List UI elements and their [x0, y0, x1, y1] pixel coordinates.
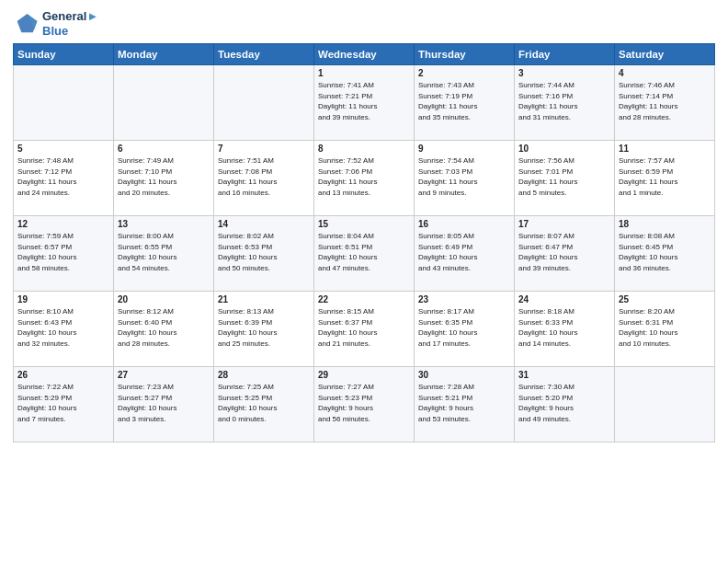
day-info: Sunrise: 7:44 AM Sunset: 7:16 PM Dayligh… [518, 80, 610, 122]
day-info: Sunrise: 8:04 AM Sunset: 6:51 PM Dayligh… [318, 231, 410, 273]
day-cell: 22Sunrise: 8:15 AM Sunset: 6:37 PM Dayli… [314, 292, 415, 367]
day-number: 29 [318, 370, 410, 380]
col-header-tuesday: Tuesday [214, 44, 314, 65]
day-number: 28 [218, 370, 310, 380]
day-info: Sunrise: 8:13 AM Sunset: 6:39 PM Dayligh… [218, 306, 310, 349]
day-number: 16 [418, 219, 510, 229]
day-cell: 20Sunrise: 8:12 AM Sunset: 6:40 PM Dayli… [114, 292, 214, 367]
day-number: 10 [518, 144, 610, 154]
day-cell: 23Sunrise: 8:17 AM Sunset: 6:35 PM Dayli… [415, 292, 515, 367]
day-info: Sunrise: 7:28 AM Sunset: 5:21 PM Dayligh… [418, 382, 510, 424]
day-info: Sunrise: 7:41 AM Sunset: 7:21 PM Dayligh… [318, 80, 410, 122]
day-cell: 7Sunrise: 7:51 AM Sunset: 7:08 PM Daylig… [214, 141, 314, 216]
day-number: 11 [619, 144, 711, 154]
day-cell: 28Sunrise: 7:25 AM Sunset: 5:25 PM Dayli… [214, 367, 314, 442]
day-number: 18 [619, 219, 711, 229]
day-number: 13 [118, 219, 210, 229]
day-number: 15 [318, 219, 410, 229]
week-row-5: 26Sunrise: 7:22 AM Sunset: 5:29 PM Dayli… [14, 367, 715, 442]
day-cell: 29Sunrise: 7:27 AM Sunset: 5:23 PM Dayli… [314, 367, 415, 442]
day-cell: 24Sunrise: 8:18 AM Sunset: 6:33 PM Dayli… [515, 292, 615, 367]
day-number: 24 [518, 294, 610, 304]
day-cell: 27Sunrise: 7:23 AM Sunset: 5:27 PM Dayli… [114, 367, 214, 442]
day-number: 5 [17, 144, 109, 154]
header-row: General► Blue [13, 9, 715, 38]
header-row-days: SundayMondayTuesdayWednesdayThursdayFrid… [14, 44, 715, 65]
day-number: 2 [418, 68, 510, 78]
day-number: 22 [318, 294, 410, 304]
day-info: Sunrise: 8:05 AM Sunset: 6:49 PM Dayligh… [418, 231, 510, 273]
logo: General► Blue [13, 9, 98, 38]
col-header-wednesday: Wednesday [314, 44, 415, 65]
day-cell: 31Sunrise: 7:30 AM Sunset: 5:20 PM Dayli… [515, 367, 615, 442]
calendar-table: SundayMondayTuesdayWednesdayThursdayFrid… [13, 43, 715, 442]
day-cell [14, 65, 114, 141]
day-cell: 1Sunrise: 7:41 AM Sunset: 7:21 PM Daylig… [314, 65, 415, 141]
day-cell: 14Sunrise: 8:02 AM Sunset: 6:53 PM Dayli… [214, 216, 314, 292]
day-number: 31 [518, 370, 610, 380]
day-number: 21 [218, 294, 310, 304]
day-number: 26 [17, 370, 109, 380]
day-info: Sunrise: 7:30 AM Sunset: 5:20 PM Dayligh… [518, 382, 610, 424]
day-number: 9 [418, 144, 510, 154]
day-number: 27 [118, 370, 210, 380]
col-header-saturday: Saturday [615, 44, 715, 65]
day-info: Sunrise: 8:12 AM Sunset: 6:40 PM Dayligh… [118, 306, 210, 349]
day-info: Sunrise: 8:15 AM Sunset: 6:37 PM Dayligh… [318, 306, 410, 349]
day-info: Sunrise: 8:20 AM Sunset: 6:31 PM Dayligh… [619, 306, 711, 349]
day-info: Sunrise: 7:27 AM Sunset: 5:23 PM Dayligh… [318, 382, 410, 424]
day-cell: 21Sunrise: 8:13 AM Sunset: 6:39 PM Dayli… [214, 292, 314, 367]
logo-text: General► Blue [42, 9, 98, 38]
day-info: Sunrise: 7:46 AM Sunset: 7:14 PM Dayligh… [619, 80, 711, 122]
day-number: 17 [518, 219, 610, 229]
day-number: 23 [418, 294, 510, 304]
day-cell [214, 65, 314, 141]
col-header-friday: Friday [515, 44, 615, 65]
day-cell: 19Sunrise: 8:10 AM Sunset: 6:43 PM Dayli… [14, 292, 114, 367]
week-row-1: 1Sunrise: 7:41 AM Sunset: 7:21 PM Daylig… [14, 65, 715, 141]
col-header-sunday: Sunday [14, 44, 114, 65]
day-info: Sunrise: 8:18 AM Sunset: 6:33 PM Dayligh… [518, 306, 610, 349]
week-row-4: 19Sunrise: 8:10 AM Sunset: 6:43 PM Dayli… [14, 292, 715, 367]
day-info: Sunrise: 8:10 AM Sunset: 6:43 PM Dayligh… [17, 306, 109, 349]
day-info: Sunrise: 7:25 AM Sunset: 5:25 PM Dayligh… [218, 382, 310, 424]
day-number: 25 [619, 294, 711, 304]
week-row-2: 5Sunrise: 7:48 AM Sunset: 7:12 PM Daylig… [14, 141, 715, 216]
day-number: 14 [218, 219, 310, 229]
day-cell [114, 65, 214, 141]
day-cell: 6Sunrise: 7:49 AM Sunset: 7:10 PM Daylig… [114, 141, 214, 216]
day-number: 19 [17, 294, 109, 304]
day-cell: 15Sunrise: 8:04 AM Sunset: 6:51 PM Dayli… [314, 216, 415, 292]
day-cell: 8Sunrise: 7:52 AM Sunset: 7:06 PM Daylig… [314, 141, 415, 216]
day-info: Sunrise: 7:52 AM Sunset: 7:06 PM Dayligh… [318, 155, 410, 198]
day-info: Sunrise: 8:08 AM Sunset: 6:45 PM Dayligh… [619, 231, 711, 273]
week-row-3: 12Sunrise: 7:59 AM Sunset: 6:57 PM Dayli… [14, 216, 715, 292]
day-cell [615, 367, 715, 442]
day-cell: 16Sunrise: 8:05 AM Sunset: 6:49 PM Dayli… [415, 216, 515, 292]
day-info: Sunrise: 8:07 AM Sunset: 6:47 PM Dayligh… [518, 231, 610, 273]
day-info: Sunrise: 7:54 AM Sunset: 7:03 PM Dayligh… [418, 155, 510, 198]
day-info: Sunrise: 7:49 AM Sunset: 7:10 PM Dayligh… [118, 155, 210, 198]
day-cell: 11Sunrise: 7:57 AM Sunset: 6:59 PM Dayli… [615, 141, 715, 216]
day-info: Sunrise: 7:43 AM Sunset: 7:19 PM Dayligh… [418, 80, 510, 122]
day-cell: 25Sunrise: 8:20 AM Sunset: 6:31 PM Dayli… [615, 292, 715, 367]
col-header-monday: Monday [114, 44, 214, 65]
day-cell: 13Sunrise: 8:00 AM Sunset: 6:55 PM Dayli… [114, 216, 214, 292]
day-cell: 9Sunrise: 7:54 AM Sunset: 7:03 PM Daylig… [415, 141, 515, 216]
day-number: 7 [218, 144, 310, 154]
day-cell: 3Sunrise: 7:44 AM Sunset: 7:16 PM Daylig… [515, 65, 615, 141]
day-number: 8 [318, 144, 410, 154]
day-cell: 10Sunrise: 7:56 AM Sunset: 7:01 PM Dayli… [515, 141, 615, 216]
col-header-thursday: Thursday [415, 44, 515, 65]
day-info: Sunrise: 7:22 AM Sunset: 5:29 PM Dayligh… [17, 382, 109, 424]
day-number: 30 [418, 370, 510, 380]
day-cell: 12Sunrise: 7:59 AM Sunset: 6:57 PM Dayli… [14, 216, 114, 292]
day-info: Sunrise: 8:17 AM Sunset: 6:35 PM Dayligh… [418, 306, 510, 349]
day-cell: 18Sunrise: 8:08 AM Sunset: 6:45 PM Dayli… [615, 216, 715, 292]
day-cell: 17Sunrise: 8:07 AM Sunset: 6:47 PM Dayli… [515, 216, 615, 292]
day-cell: 4Sunrise: 7:46 AM Sunset: 7:14 PM Daylig… [615, 65, 715, 141]
day-info: Sunrise: 8:00 AM Sunset: 6:55 PM Dayligh… [118, 231, 210, 273]
page-container: General► Blue SundayMondayTuesdayWednesd… [0, 0, 728, 450]
logo-icon [13, 11, 39, 37]
day-cell: 30Sunrise: 7:28 AM Sunset: 5:21 PM Dayli… [415, 367, 515, 442]
